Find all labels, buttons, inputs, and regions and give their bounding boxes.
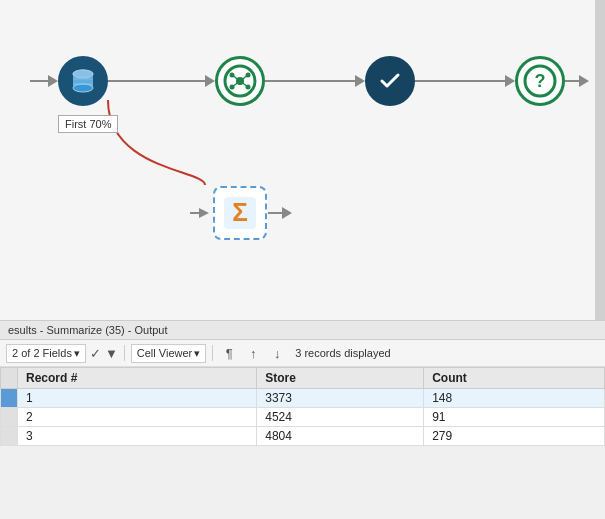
node-transform[interactable] — [215, 56, 265, 106]
toolbar-separator-1 — [124, 345, 125, 361]
sort-up-button[interactable]: ↑ — [243, 343, 263, 363]
svg-text:Σ: Σ — [232, 197, 248, 227]
svg-point-17 — [73, 70, 93, 78]
cell-viewer-chevron-icon: ▾ — [194, 347, 200, 360]
down-arrow-icon: ▼ — [105, 346, 118, 361]
cell-store: 4804 — [257, 427, 424, 446]
toolbar-separator-2 — [212, 345, 213, 361]
table-header-row: Record # Store Count — [1, 368, 605, 389]
fields-chevron-down-icon: ▾ — [74, 347, 80, 360]
table-row: 2452491 — [1, 408, 605, 427]
panel-title-bar: esults - Summarize (35) - Output — [0, 321, 605, 340]
cell-count: 148 — [424, 389, 605, 408]
cell-store: 4524 — [257, 408, 424, 427]
cell-count: 279 — [424, 427, 605, 446]
cell-viewer-button[interactable]: Cell Viewer ▾ — [131, 344, 206, 363]
connection-lines-svg — [0, 0, 605, 320]
first70-label: First 70% — [58, 115, 118, 133]
col-header-record[interactable]: Record # — [18, 368, 257, 389]
panel-title: esults - Summarize (35) - Output — [8, 324, 168, 336]
results-panel: esults - Summarize (35) - Output 2 of 2 … — [0, 320, 605, 446]
data-table-container[interactable]: Record # Store Count 1337314824524913480… — [0, 367, 605, 446]
fields-selector-label: 2 of 2 Fields — [12, 347, 72, 359]
row-indicator — [1, 389, 18, 408]
svg-marker-11 — [282, 207, 292, 219]
canvas-scrollbar[interactable] — [595, 0, 605, 320]
cell-viewer-label: Cell Viewer — [137, 347, 192, 359]
svg-point-16 — [73, 84, 93, 92]
col-header-count[interactable]: Count — [424, 368, 605, 389]
row-indicator — [1, 408, 18, 427]
svg-marker-13 — [579, 75, 589, 87]
svg-marker-5 — [505, 75, 515, 87]
svg-marker-3 — [355, 75, 365, 87]
cell-record: 1 — [18, 389, 257, 408]
node-summarize[interactable]: Σ — [213, 186, 267, 240]
cell-record: 3 — [18, 427, 257, 446]
paragraph-icon-button[interactable]: ¶ — [219, 343, 239, 363]
node-unknown[interactable]: ? — [515, 56, 565, 106]
table-row: 34804279 — [1, 427, 605, 446]
records-info: 3 records displayed — [295, 347, 390, 359]
cell-record: 2 — [18, 408, 257, 427]
sort-down-icon: ↓ — [274, 346, 281, 361]
cell-count: 91 — [424, 408, 605, 427]
fields-selector-button[interactable]: 2 of 2 Fields ▾ — [6, 344, 86, 363]
row-indicator — [1, 427, 18, 446]
data-table: Record # Store Count 1337314824524913480… — [0, 367, 605, 446]
svg-text:?: ? — [535, 71, 546, 91]
table-row: 13373148 — [1, 389, 605, 408]
row-indicator-header — [1, 368, 18, 389]
col-header-store[interactable]: Store — [257, 368, 424, 389]
check-icon: ✓ — [90, 346, 101, 361]
svg-marker-1 — [205, 75, 215, 87]
sort-up-icon: ↑ — [250, 346, 257, 361]
node-filter[interactable] — [365, 56, 415, 106]
paragraph-icon: ¶ — [226, 346, 233, 361]
cell-store: 3373 — [257, 389, 424, 408]
workflow-canvas: First 70% — [0, 0, 605, 320]
panel-toolbar: 2 of 2 Fields ▾ ✓ ▼ Cell Viewer ▾ ¶ ↑ ↓ … — [0, 340, 605, 367]
node-input[interactable] — [58, 56, 108, 106]
sort-down-button[interactable]: ↓ — [267, 343, 287, 363]
